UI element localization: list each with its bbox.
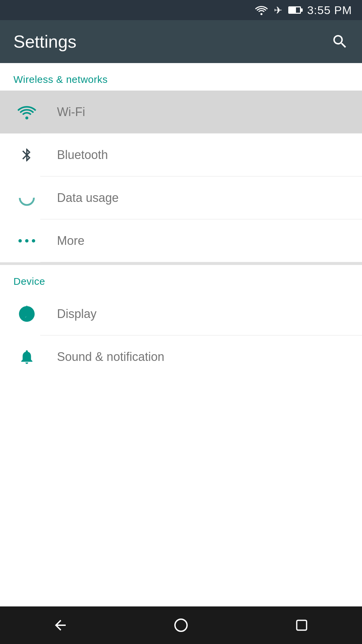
settings-item-wifi[interactable]: Wi-Fi bbox=[0, 91, 362, 133]
battery-icon bbox=[288, 6, 301, 14]
status-bar: ✈ 3:55 PM bbox=[0, 0, 362, 20]
svg-point-7 bbox=[175, 619, 187, 631]
svg-point-6 bbox=[32, 239, 35, 243]
status-time: 3:55 PM bbox=[307, 4, 352, 17]
svg-point-3 bbox=[20, 191, 34, 205]
section-header-wireless: Wireless & networks bbox=[0, 63, 362, 91]
section-title-wireless: Wireless & networks bbox=[13, 74, 108, 85]
section-divider bbox=[0, 262, 362, 265]
search-button[interactable] bbox=[331, 33, 349, 50]
app-bar: Settings bbox=[0, 20, 362, 63]
data-usage-icon bbox=[13, 189, 40, 207]
settings-item-more[interactable]: More bbox=[0, 219, 362, 262]
back-button[interactable] bbox=[47, 612, 74, 639]
bluetooth-icon bbox=[13, 146, 40, 164]
bluetooth-label: Bluetooth bbox=[57, 148, 108, 162]
status-icons: ✈ 3:55 PM bbox=[255, 4, 352, 17]
wifi-label: Wi-Fi bbox=[57, 105, 85, 119]
wifi-icon bbox=[13, 104, 40, 120]
display-label: Display bbox=[57, 307, 97, 321]
airplane-icon: ✈ bbox=[274, 4, 282, 16]
settings-item-data-usage[interactable]: Data usage bbox=[0, 176, 362, 219]
svg-point-5 bbox=[25, 239, 28, 243]
more-icon bbox=[13, 237, 40, 244]
page-title: Settings bbox=[13, 32, 76, 52]
section-title-device: Device bbox=[13, 276, 45, 287]
more-label: More bbox=[57, 234, 84, 248]
settings-item-bluetooth[interactable]: Bluetooth bbox=[0, 133, 362, 176]
recents-button[interactable] bbox=[288, 612, 315, 639]
svg-point-4 bbox=[18, 239, 22, 243]
svg-point-1 bbox=[25, 116, 28, 119]
data-usage-label: Data usage bbox=[57, 191, 119, 205]
section-header-device: Device bbox=[0, 265, 362, 292]
home-button[interactable] bbox=[168, 612, 194, 639]
wifi-status-icon bbox=[255, 5, 268, 15]
nav-bar bbox=[0, 606, 362, 644]
settings-list: Wireless & networks Wi-Fi Bluetooth bbox=[0, 63, 362, 606]
sound-icon bbox=[13, 347, 40, 366]
svg-point-0 bbox=[260, 13, 262, 15]
settings-item-display[interactable]: Display bbox=[0, 292, 362, 335]
svg-rect-8 bbox=[297, 620, 306, 630]
display-icon bbox=[13, 305, 40, 323]
sound-label: Sound & notification bbox=[57, 350, 164, 364]
settings-item-sound[interactable]: Sound & notification bbox=[0, 335, 362, 378]
